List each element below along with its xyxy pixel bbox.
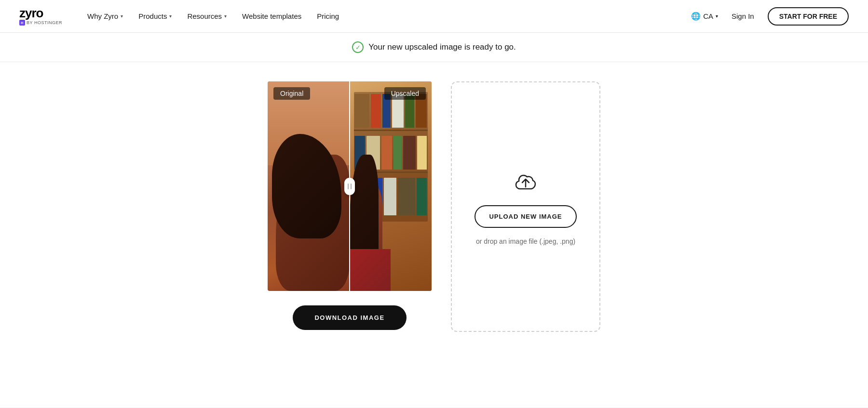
chevron-down-icon: ▾: [121, 13, 123, 19]
globe-icon: 🌐: [691, 12, 701, 21]
nav-item-website-templates[interactable]: Website templates: [236, 8, 307, 24]
sign-in-link[interactable]: Sign In: [726, 8, 760, 24]
drop-text: or drop an image file (.jpeg, .png): [476, 237, 575, 245]
nav-item-resources[interactable]: Resources ▾: [181, 8, 232, 24]
nav-items: Why Zyro ▾ Products ▾ Resources ▾ Websit…: [81, 8, 691, 24]
success-message: Your new upscaled image is ready to go.: [368, 42, 516, 52]
logo-hostinger-text: H BY HOSTINGER: [19, 20, 62, 26]
success-banner: ✓ Your new upscaled image is ready to go…: [0, 33, 868, 62]
chevron-down-icon: ▾: [169, 13, 172, 19]
chevron-down-icon: ▾: [716, 13, 718, 19]
upscaled-image-half: [350, 81, 432, 291]
nav-right: 🌐 CA ▾ Sign In START FOR FREE: [691, 7, 849, 26]
navbar: zyro H BY HOSTINGER Why Zyro ▾ Products …: [0, 0, 868, 33]
comparison-container[interactable]: Original Upscaled: [268, 81, 432, 291]
image-comparison: Original Upscaled DOWNLOAD IMAGE: [268, 81, 432, 330]
locale-selector[interactable]: 🌐 CA ▾: [691, 12, 718, 21]
upload-cloud-icon: [512, 169, 539, 196]
nav-item-why-zyro[interactable]: Why Zyro ▾: [81, 8, 129, 24]
hostinger-icon: H: [19, 20, 25, 26]
start-for-free-button[interactable]: START FOR FREE: [768, 7, 849, 26]
site-logo[interactable]: zyro H BY HOSTINGER: [19, 7, 62, 26]
upscaled-label: Upscaled: [384, 87, 426, 100]
success-icon: ✓: [352, 41, 364, 53]
nav-item-products[interactable]: Products ▾: [133, 8, 177, 24]
original-image-half: [268, 81, 350, 291]
download-image-button[interactable]: DOWNLOAD IMAGE: [293, 305, 406, 330]
upload-panel[interactable]: UPLOAD NEW IMAGE or drop an image file (…: [451, 81, 600, 332]
chevron-down-icon: ▾: [224, 13, 227, 19]
logo-zyro-text: zyro: [19, 7, 43, 19]
comparison-handle[interactable]: [344, 178, 355, 195]
upload-icon-area: [512, 169, 539, 196]
workspace: Original Upscaled DOWNLOAD IMAGE UPLOAD …: [0, 62, 868, 408]
main-content: ✓ Your new upscaled image is ready to go…: [0, 33, 868, 408]
upload-new-image-button[interactable]: UPLOAD NEW IMAGE: [475, 205, 576, 228]
original-label: Original: [273, 87, 310, 100]
nav-item-pricing[interactable]: Pricing: [311, 8, 345, 24]
